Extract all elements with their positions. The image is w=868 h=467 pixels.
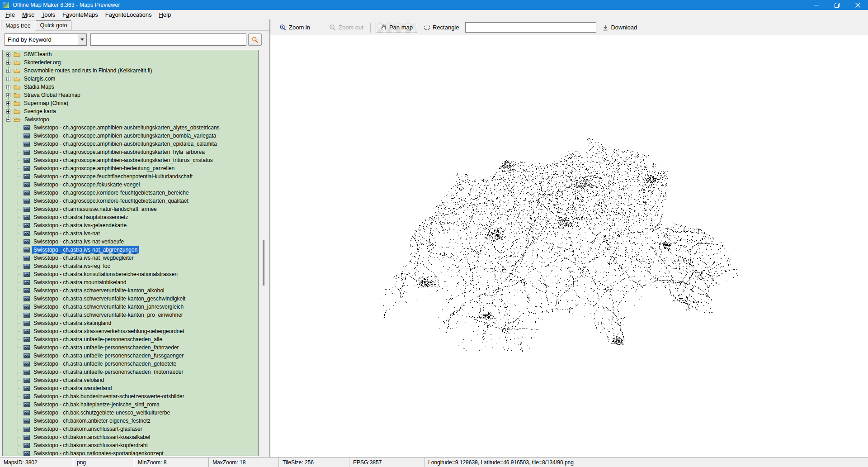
map-canvas[interactable]	[270, 35, 868, 457]
tree-item[interactable]: Swisstopo - ch.astra.schwerverunfallte-k…	[3, 303, 258, 311]
tree-item-label[interactable]: Swisstopo - ch.astra.ivs-nat	[32, 230, 101, 237]
tree-item[interactable]: Swisstopo - ch.bakom.anschlussart-glasfa…	[3, 425, 258, 433]
zoom-out-button[interactable]: Zoom out	[329, 24, 363, 31]
tree-item-label[interactable]: Swisstopo - ch.agroscope.korridore-feuch…	[32, 197, 190, 205]
tree-item[interactable]: Sverige karta	[3, 107, 258, 115]
tree-item[interactable]: Swisstopo - ch.astra.ivs-reg_loc	[3, 262, 258, 270]
rectangle-button[interactable]: Rectangle	[421, 22, 462, 33]
tree-item[interactable]: Swisstopo - ch.astra.unfaelle-personensc…	[3, 335, 258, 343]
tree-item-label[interactable]: Swisstopo - ch.bakom.anschlussart-kupfer…	[32, 442, 149, 449]
search-input[interactable]	[90, 33, 246, 46]
menu-item-favoritemaps[interactable]: FavoriteMaps	[59, 10, 102, 19]
tree-item[interactable]: Swisstopo - ch.astra.ivs-gelaendekarte	[3, 221, 258, 229]
menu-item-favoritelocations[interactable]: FavoriteLocations	[102, 10, 156, 19]
tree-item[interactable]: Swisstopo - ch.astra.hauptstrassennetz	[3, 213, 258, 221]
tree-item-label[interactable]: Supermap (China)	[23, 100, 70, 107]
tree-item[interactable]: Swisstopo	[3, 115, 258, 124]
tree-item[interactable]: Swisstopo - ch.astra.ivs-nat_wegbegleite…	[3, 254, 258, 262]
tree-item-label[interactable]: Swisstopo - ch.astra.unfaelle-personensc…	[32, 344, 180, 351]
tree-item-label[interactable]: Swisstopo - ch.bak.schutzgebiete-unesco_…	[32, 409, 171, 416]
tree-item-label[interactable]: Swisstopo - ch.agroscope.amphibien-ausbr…	[32, 132, 217, 139]
tree-item-label[interactable]: Swisstopo - ch.agroscope.feuchtflaechenp…	[32, 173, 194, 180]
tree-item[interactable]: Swisstopo - ch.agroscope.amphibien-ausbr…	[3, 156, 258, 164]
tree-item-label[interactable]: Snowmobile routes and ruts in Finland (K…	[23, 67, 153, 74]
tree-item-label[interactable]: Swisstopo - ch.baspo.nationales-sportanl…	[32, 450, 165, 456]
tree-item[interactable]: Stadia Maps	[3, 83, 258, 91]
map-preview-area[interactable]	[270, 35, 868, 457]
tree-item[interactable]: Swisstopo - ch.bakom.anschlussart-kupfer…	[3, 441, 258, 449]
tree-item[interactable]: Swisstopo - ch.agroscope.korridore-feuch…	[3, 189, 258, 197]
tree-item-label[interactable]: Swisstopo - ch.astra.ivs-nat_abgrenzunge…	[32, 246, 139, 253]
tree-item-label[interactable]: Swisstopo - ch.astra.schwerverunfallte-k…	[32, 287, 165, 294]
tree-item-label[interactable]: Swisstopo - ch.astra.unfaelle-personensc…	[32, 352, 185, 359]
tree-item-label[interactable]: Sverige karta	[23, 108, 57, 115]
search-button[interactable]	[248, 33, 262, 46]
tree-item[interactable]: Swisstopo - ch.baspo.nationales-sportanl…	[3, 449, 258, 456]
restore-button[interactable]	[826, 0, 847, 10]
tree-item[interactable]: Swisstopo - ch.astra.schwerverunfallte-k…	[3, 295, 258, 303]
tree-item[interactable]: Skoterleder.org	[3, 58, 258, 67]
tree-item[interactable]: Swisstopo - ch.astra.skatingland	[3, 319, 258, 327]
tree-item-label[interactable]: Swisstopo - ch.bak.bundesinventar-schuet…	[32, 393, 186, 400]
tree-item-label[interactable]: Strava Global Heatmap	[23, 91, 82, 99]
tree-item-label[interactable]: Swisstopo - ch.astra.unfaelle-personensc…	[32, 336, 164, 343]
tree-item[interactable]: Swisstopo - ch.agroscope.feuchtflaechenp…	[3, 172, 258, 181]
pan-map-button[interactable]: Pan map	[376, 22, 417, 33]
tree-item-label[interactable]: Swisstopo - ch.astra.unfaelle-personensc…	[32, 368, 185, 376]
tree-item[interactable]: Swisstopo - ch.astra.konsultationsbereic…	[3, 270, 258, 278]
tree-item[interactable]: Swisstopo - ch.astra.strassenverkehrszae…	[3, 327, 258, 335]
tree-item-label[interactable]: Swisstopo - ch.agroscope.amphibien-ausbr…	[32, 124, 221, 131]
search-mode-combobox[interactable]: Find by Keyword	[5, 33, 87, 46]
tree-item[interactable]: Swisstopo - ch.agroscope.fokuskarte-voeg…	[3, 181, 258, 189]
tree-item-label[interactable]: Swisstopo - ch.astra.ivs-nat_wegbegleite…	[32, 254, 135, 262]
tree-item[interactable]: Swisstopo - ch.agroscope.amphibien-ausbr…	[3, 132, 258, 140]
toolbar-input[interactable]	[465, 22, 596, 33]
tree-item-label[interactable]: Swisstopo - ch.agroscope.korridore-feuch…	[32, 189, 190, 196]
tree-item-label[interactable]: SIWEIearth	[23, 51, 53, 58]
tree-item-label[interactable]: Swisstopo - ch.astra.schwerverunfallte-k…	[32, 295, 187, 302]
zoom-in-button[interactable]: Zoom in	[279, 24, 310, 31]
tree-item[interactable]: Swisstopo - ch.bak.halteplaetze-jenische…	[3, 400, 258, 409]
minimize-button[interactable]	[806, 0, 826, 10]
maps-tree[interactable]: SIWEIearthSkoterleder.orgSnowmobile rout…	[2, 50, 259, 456]
tree-item[interactable]: Swisstopo - ch.astra.veloland	[3, 376, 258, 384]
menu-item-misc[interactable]: Misc	[19, 10, 38, 19]
tree-item[interactable]: Swisstopo - ch.bakom.anbieter-eigenes_fe…	[3, 417, 258, 425]
tree-item-label[interactable]: Swisstopo - ch.agroscope.amphibien-ausbr…	[32, 148, 206, 156]
tree-item-label[interactable]: Swisstopo - ch.bakom.anbieter-eigenes_fe…	[32, 417, 152, 424]
tree-item[interactable]: Swisstopo - ch.bak.bundesinventar-schuet…	[3, 392, 258, 400]
tree-item[interactable]: Strava Global Heatmap	[3, 91, 258, 99]
menu-item-help[interactable]: Help	[155, 10, 175, 19]
tree-item-label[interactable]: Swisstopo - ch.armasuisse.natur-landscha…	[32, 205, 158, 213]
menu-item-file[interactable]: File	[2, 10, 19, 19]
tree-item[interactable]: Swisstopo - ch.bak.schutzgebiete-unesco_…	[3, 409, 258, 417]
tab-maps-tree[interactable]: Maps tree	[1, 20, 35, 31]
tree-item-label[interactable]: Swisstopo - ch.astra.veloland	[32, 376, 105, 384]
tree-item[interactable]: Swisstopo - ch.agroscope.amphibien-ausbr…	[3, 124, 258, 132]
tree-item[interactable]: Swisstopo - ch.astra.unfaelle-personensc…	[3, 343, 258, 352]
tree-item[interactable]: Swisstopo - ch.agroscope.amphibien-ausbr…	[3, 140, 258, 148]
tree-item[interactable]: Swisstopo - ch.agroscope.korridore-feuch…	[3, 197, 258, 205]
tree-item-label[interactable]: Stadia Maps	[23, 83, 56, 91]
tree-item-label[interactable]: Swisstopo - ch.astra.ivs-gelaendekarte	[32, 222, 128, 229]
tree-item[interactable]: Swisstopo - ch.astra.ivs-nat	[3, 229, 258, 238]
tree-item[interactable]: SIWEIearth	[3, 50, 258, 58]
tree-item-label[interactable]: Swisstopo - ch.astra.konsultationsbereic…	[32, 271, 179, 278]
tree-item-label[interactable]: Swisstopo - ch.astra.schwerverunfallte-k…	[32, 303, 185, 310]
tree-item[interactable]: Swisstopo - ch.astra.ivs-nat-verlaeufe	[3, 238, 258, 246]
chevron-down-icon[interactable]	[78, 34, 86, 45]
tab-quick-goto[interactable]: Quick goto	[36, 20, 72, 30]
tree-item[interactable]: Swisstopo - ch.astra.schwerverunfallte-k…	[3, 311, 258, 319]
tree-item-label[interactable]: Skoterleder.org	[23, 59, 62, 66]
tree-item[interactable]: Swisstopo - ch.agroscope.amphibien-ausbr…	[3, 148, 258, 156]
tree-item-label[interactable]: Swisstopo - ch.astra.strassenverkehrszae…	[32, 328, 186, 335]
tree-item[interactable]: Swisstopo - ch.astra.schwerverunfallte-k…	[3, 286, 258, 295]
tree-item-label[interactable]: Swisstopo - ch.astra.unfaelle-personensc…	[32, 360, 178, 367]
tree-item-label[interactable]: Swisstopo - ch.bakom.anschlussart-koaxia…	[32, 434, 151, 441]
tree-item[interactable]: Swisstopo - ch.astra.unfaelle-personensc…	[3, 360, 258, 368]
tree-item[interactable]: Swisstopo - ch.astra.wanderland	[3, 384, 258, 392]
tree-item-label[interactable]: Swisstopo - ch.agroscope.amphibien-bedeu…	[32, 165, 176, 172]
tree-scrollbar-thumb[interactable]	[263, 240, 264, 286]
tree-item-label[interactable]: Swisstopo - ch.bak.halteplaetze-jenische…	[32, 401, 161, 408]
tree-item-label[interactable]: Swisstopo - ch.astra.skatingland	[32, 319, 113, 327]
